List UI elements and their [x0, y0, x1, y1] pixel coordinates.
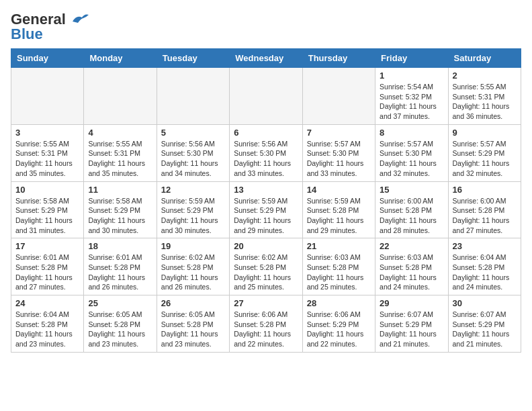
weekday-header-monday: Monday — [84, 49, 157, 68]
calendar-cell: 3Sunrise: 5:55 AM Sunset: 5:31 PM Daylig… — [11, 124, 84, 181]
day-number: 4 — [88, 128, 152, 138]
day-number: 20 — [234, 241, 298, 251]
day-number: 18 — [88, 241, 152, 251]
day-info: Sunrise: 6:04 AM Sunset: 5:28 PM Dayligh… — [453, 253, 517, 292]
day-info: Sunrise: 5:59 AM Sunset: 5:28 PM Dayligh… — [307, 196, 371, 236]
day-number: 21 — [307, 241, 371, 251]
calendar-cell — [230, 68, 302, 125]
weekday-header-saturday: Saturday — [448, 49, 521, 68]
day-info: Sunrise: 6:05 AM Sunset: 5:28 PM Dayligh… — [161, 310, 225, 349]
day-info: Sunrise: 6:01 AM Sunset: 5:28 PM Dayligh… — [88, 253, 152, 292]
day-info: Sunrise: 6:02 AM Sunset: 5:28 PM Dayligh… — [161, 253, 225, 292]
day-info: Sunrise: 6:00 AM Sunset: 5:28 PM Dayligh… — [380, 196, 443, 236]
calendar-cell: 8Sunrise: 5:57 AM Sunset: 5:30 PM Daylig… — [375, 124, 448, 181]
day-info: Sunrise: 5:59 AM Sunset: 5:29 PM Dayligh… — [161, 196, 225, 236]
calendar-cell: 15Sunrise: 6:00 AM Sunset: 5:28 PM Dayli… — [375, 181, 448, 238]
day-info: Sunrise: 6:05 AM Sunset: 5:28 PM Dayligh… — [88, 310, 152, 349]
calendar-cell — [11, 68, 84, 125]
day-number: 8 — [380, 128, 443, 138]
day-info: Sunrise: 6:07 AM Sunset: 5:29 PM Dayligh… — [380, 310, 443, 349]
day-number: 11 — [88, 185, 152, 195]
calendar-cell: 14Sunrise: 5:59 AM Sunset: 5:28 PM Dayli… — [302, 181, 375, 238]
calendar-cell: 29Sunrise: 6:07 AM Sunset: 5:29 PM Dayli… — [375, 295, 448, 353]
logo-blue-text: Blue — [11, 26, 43, 43]
day-info: Sunrise: 5:55 AM Sunset: 5:31 PM Dayligh… — [15, 139, 79, 179]
calendar-cell — [302, 68, 375, 125]
day-info: Sunrise: 6:06 AM Sunset: 5:29 PM Dayligh… — [307, 310, 371, 349]
calendar-week-row: 24Sunrise: 6:04 AM Sunset: 5:28 PM Dayli… — [11, 295, 521, 353]
day-info: Sunrise: 6:02 AM Sunset: 5:28 PM Dayligh… — [234, 253, 298, 292]
day-number: 6 — [234, 128, 298, 138]
day-number: 3 — [15, 128, 79, 138]
day-number: 28 — [307, 298, 371, 308]
day-info: Sunrise: 5:57 AM Sunset: 5:30 PM Dayligh… — [307, 139, 371, 179]
calendar-cell: 13Sunrise: 5:59 AM Sunset: 5:29 PM Dayli… — [230, 181, 302, 238]
calendar-cell: 27Sunrise: 6:06 AM Sunset: 5:28 PM Dayli… — [230, 295, 302, 353]
day-info: Sunrise: 5:56 AM Sunset: 5:30 PM Dayligh… — [161, 139, 225, 179]
calendar-cell: 25Sunrise: 6:05 AM Sunset: 5:28 PM Dayli… — [84, 295, 157, 353]
calendar-cell: 4Sunrise: 5:55 AM Sunset: 5:31 PM Daylig… — [84, 124, 157, 181]
calendar-week-row: 3Sunrise: 5:55 AM Sunset: 5:31 PM Daylig… — [11, 124, 521, 181]
weekday-header-sunday: Sunday — [11, 49, 84, 68]
day-info: Sunrise: 5:55 AM Sunset: 5:31 PM Dayligh… — [453, 82, 517, 122]
day-number: 13 — [234, 185, 298, 195]
day-info: Sunrise: 5:57 AM Sunset: 5:29 PM Dayligh… — [453, 139, 517, 179]
day-number: 9 — [453, 128, 517, 138]
calendar-cell — [157, 68, 229, 125]
calendar-cell: 18Sunrise: 6:01 AM Sunset: 5:28 PM Dayli… — [84, 238, 157, 295]
day-number: 30 — [453, 298, 517, 308]
calendar-cell: 10Sunrise: 5:58 AM Sunset: 5:29 PM Dayli… — [11, 181, 84, 238]
day-info: Sunrise: 6:06 AM Sunset: 5:28 PM Dayligh… — [234, 310, 298, 349]
calendar-cell: 28Sunrise: 6:06 AM Sunset: 5:29 PM Dayli… — [302, 295, 375, 353]
day-number: 29 — [380, 298, 443, 308]
day-info: Sunrise: 5:59 AM Sunset: 5:29 PM Dayligh… — [234, 196, 298, 236]
day-number: 10 — [15, 185, 79, 195]
calendar-cell: 24Sunrise: 6:04 AM Sunset: 5:28 PM Dayli… — [11, 295, 84, 353]
calendar-cell: 22Sunrise: 6:03 AM Sunset: 5:28 PM Dayli… — [375, 238, 448, 295]
weekday-header-tuesday: Tuesday — [157, 49, 229, 68]
day-number: 27 — [234, 298, 298, 308]
calendar-cell: 20Sunrise: 6:02 AM Sunset: 5:28 PM Dayli… — [230, 238, 302, 295]
calendar-cell: 11Sunrise: 5:58 AM Sunset: 5:29 PM Dayli… — [84, 181, 157, 238]
day-number: 22 — [380, 241, 443, 251]
day-info: Sunrise: 5:54 AM Sunset: 5:32 PM Dayligh… — [380, 82, 443, 122]
calendar-cell: 9Sunrise: 5:57 AM Sunset: 5:29 PM Daylig… — [448, 124, 521, 181]
calendar-cell: 1Sunrise: 5:54 AM Sunset: 5:32 PM Daylig… — [375, 68, 448, 125]
page-header: General Blue — [11, 11, 521, 43]
day-number: 12 — [161, 185, 225, 195]
day-number: 2 — [453, 71, 517, 81]
day-info: Sunrise: 5:58 AM Sunset: 5:29 PM Dayligh… — [15, 196, 79, 236]
day-info: Sunrise: 5:57 AM Sunset: 5:30 PM Dayligh… — [380, 139, 443, 179]
calendar-cell: 26Sunrise: 6:05 AM Sunset: 5:28 PM Dayli… — [157, 295, 229, 353]
weekday-header-wednesday: Wednesday — [230, 49, 302, 68]
day-info: Sunrise: 5:55 AM Sunset: 5:31 PM Dayligh… — [88, 139, 152, 179]
calendar-cell: 2Sunrise: 5:55 AM Sunset: 5:31 PM Daylig… — [448, 68, 521, 125]
calendar-cell: 23Sunrise: 6:04 AM Sunset: 5:28 PM Dayli… — [448, 238, 521, 295]
day-info: Sunrise: 6:01 AM Sunset: 5:28 PM Dayligh… — [15, 253, 79, 292]
calendar-cell: 12Sunrise: 5:59 AM Sunset: 5:29 PM Dayli… — [157, 181, 229, 238]
calendar-cell: 19Sunrise: 6:02 AM Sunset: 5:28 PM Dayli… — [157, 238, 229, 295]
day-info: Sunrise: 5:58 AM Sunset: 5:29 PM Dayligh… — [88, 196, 152, 236]
calendar-cell: 17Sunrise: 6:01 AM Sunset: 5:28 PM Dayli… — [11, 238, 84, 295]
logo: General Blue — [11, 11, 89, 43]
day-number: 23 — [453, 241, 517, 251]
calendar-cell: 7Sunrise: 5:57 AM Sunset: 5:30 PM Daylig… — [302, 124, 375, 181]
calendar-cell: 21Sunrise: 6:03 AM Sunset: 5:28 PM Dayli… — [302, 238, 375, 295]
calendar-cell: 30Sunrise: 6:07 AM Sunset: 5:29 PM Dayli… — [448, 295, 521, 353]
day-number: 17 — [15, 241, 79, 251]
day-number: 14 — [307, 185, 371, 195]
day-info: Sunrise: 6:00 AM Sunset: 5:28 PM Dayligh… — [453, 196, 517, 236]
calendar-week-row: 1Sunrise: 5:54 AM Sunset: 5:32 PM Daylig… — [11, 68, 521, 125]
day-number: 1 — [380, 71, 443, 81]
weekday-header-thursday: Thursday — [302, 49, 375, 68]
day-number: 25 — [88, 298, 152, 308]
calendar-cell: 6Sunrise: 5:56 AM Sunset: 5:30 PM Daylig… — [230, 124, 302, 181]
weekday-header-friday: Friday — [375, 49, 448, 68]
day-number: 7 — [307, 128, 371, 138]
day-info: Sunrise: 6:07 AM Sunset: 5:29 PM Dayligh… — [453, 310, 517, 349]
calendar-header-row: SundayMondayTuesdayWednesdayThursdayFrid… — [11, 49, 521, 68]
day-number: 24 — [15, 298, 79, 308]
day-info: Sunrise: 6:04 AM Sunset: 5:28 PM Dayligh… — [15, 310, 79, 349]
calendar-table: SundayMondayTuesdayWednesdayThursdayFrid… — [11, 48, 521, 353]
day-info: Sunrise: 6:03 AM Sunset: 5:28 PM Dayligh… — [307, 253, 371, 292]
